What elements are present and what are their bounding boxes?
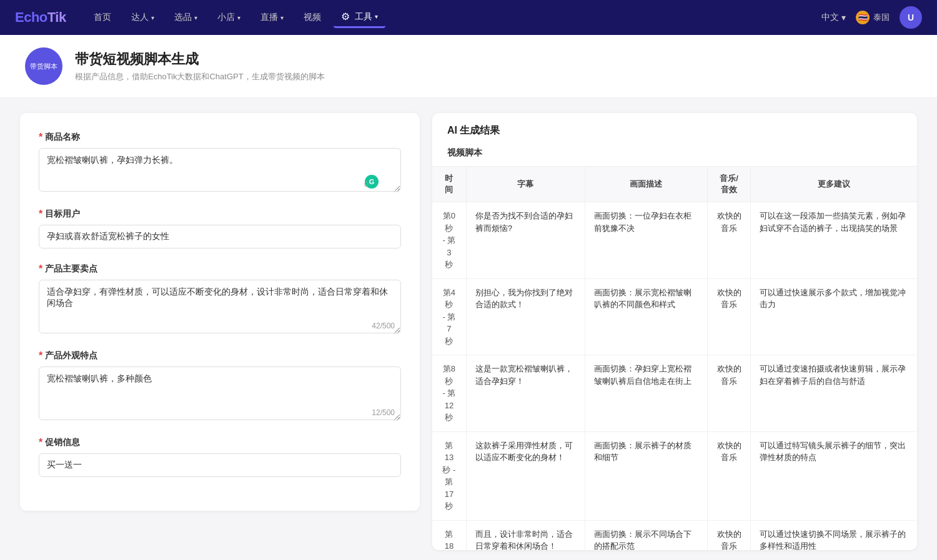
cell-suggestion: 可以在这一段添加一些搞笑元素，例如孕妇试穿不合适的裤子，出现搞笑的场景 [751, 202, 917, 279]
product-name-input[interactable] [39, 148, 401, 192]
resize-handle-icon [394, 186, 400, 192]
lang-label: 中文 [821, 12, 839, 23]
nav-video[interactable]: 视频 [296, 8, 329, 27]
result-header: AI 生成结果 [432, 113, 917, 142]
page-header: 带货脚本 带货短视频脚本生成 根据产品信息，借助EchoTik大数据和ChatG… [0, 35, 937, 98]
chevron-down-icon: ▾ [237, 14, 240, 21]
page-icon-badge: 带货脚本 [25, 47, 62, 85]
col-caption: 字幕 [466, 167, 585, 202]
country-label: 泰国 [873, 12, 890, 23]
cell-caption: 别担心，我为你找到了绝对合适的款式！ [466, 278, 585, 355]
cell-time: 第13 秒 - 第 17秒 [432, 431, 466, 520]
char-count-product: 0 [364, 180, 369, 189]
cell-scene: 画面切换：一位孕妇在衣柜前犹豫不决 [585, 202, 707, 279]
resize-handle-icon-2 [394, 328, 400, 334]
cell-music: 欢快的音乐 [707, 520, 751, 550]
cell-time: 第8秒 - 第12 秒 [432, 355, 466, 432]
product-name-wrapper: G 0 [39, 148, 401, 194]
cell-caption: 你是否为找不到合适的孕妇裤而烦恼? [466, 202, 585, 279]
chevron-down-icon: ▾ [194, 14, 197, 21]
nav-products[interactable]: 选品 ▾ [167, 8, 205, 27]
main-layout: * 商品名称 G 0 * 目标用户 * 产品主要卖点 [0, 98, 937, 560]
chevron-down-icon: ▾ [375, 13, 378, 20]
table-row: 第13 秒 - 第 17秒这款裤子采用弹性材质，可以适应不断变化的身材！画面切换… [432, 431, 917, 520]
table-row: 第4秒 - 第7 秒别担心，我为你找到了绝对合适的款式！画面切换：展示宽松褶皱喇… [432, 278, 917, 355]
flag-icon: 🇹🇭 [856, 11, 870, 24]
required-star-2: * [39, 209, 42, 220]
cell-suggestion: 可以通过快速展示多个款式，增加视觉冲击力 [751, 278, 917, 355]
table-row: 第0秒 - 第3 秒你是否为找不到合适的孕妇裤而烦恼?画面切换：一位孕妇在衣柜前… [432, 202, 917, 279]
nav-menu: 首页 达人 ▾ 选品 ▾ 小店 ▾ 直播 ▾ 视频 ⚙ 工具 ▾ [86, 7, 801, 28]
result-subheader: 视频脚本 [432, 142, 917, 167]
cell-time: 第4秒 - 第7 秒 [432, 278, 466, 355]
nav-tools[interactable]: ⚙ 工具 ▾ [334, 7, 385, 28]
col-music: 音乐/ 音效 [707, 167, 751, 202]
nav-shop[interactable]: 小店 ▾ [210, 8, 248, 27]
cell-music: 欢快的音乐 [707, 202, 751, 279]
avatar[interactable]: U [900, 6, 922, 29]
page-title-area: 带货短视频脚本生成 根据产品信息，借助EchoTik大数据和ChatGPT，生成… [75, 50, 325, 82]
appearance-wrapper: 12/500 [39, 366, 401, 422]
navbar-right: 中文 ▾ 🇹🇭 泰国 U [821, 6, 922, 29]
cell-scene: 画面切换：展示不同场合下的搭配示范 [585, 520, 707, 550]
cell-time: 第0秒 - 第3 秒 [432, 202, 466, 279]
cell-suggestion: 可以通过变速拍摄或者快速剪辑，展示孕妇在穿着裤子后的自信与舒适 [751, 355, 917, 432]
cell-suggestion: 可以通过快速切换不同场景，展示裤子的多样性和适用性 [751, 520, 917, 550]
chevron-down-icon: ▾ [841, 12, 846, 22]
logo-echo: Echo [15, 9, 47, 25]
cell-music: 欢快的音乐 [707, 431, 751, 520]
col-suggestion: 更多建议 [751, 167, 917, 202]
nav-talent[interactable]: 达人 ▾ [124, 8, 162, 27]
promo-label: * 促销信息 [39, 437, 401, 448]
product-name-label: * 商品名称 [39, 132, 401, 143]
required-star: * [39, 132, 42, 143]
char-count-appearance: 12/500 [372, 408, 395, 417]
resize-handle-icon-3 [394, 415, 400, 421]
logo[interactable]: EchoTik [15, 9, 66, 26]
cell-time: 第18 秒 - 第 22秒 [432, 520, 466, 550]
col-scene: 画面描述 [585, 167, 707, 202]
selling-points-label: * 产品主要卖点 [39, 263, 401, 275]
table-row: 第18 秒 - 第 22秒而且，设计非常时尚，适合日常穿着和休闲场合！画面切换：… [432, 520, 917, 550]
appearance-field: * 产品外观特点 12/500 [39, 350, 401, 422]
chevron-down-icon: ▾ [151, 14, 154, 21]
target-user-label: * 目标用户 [39, 209, 401, 220]
product-name-field: * 商品名称 G 0 [39, 132, 401, 194]
tools-icon: ⚙ [341, 11, 350, 22]
col-time: 时间 [432, 167, 466, 202]
navbar: EchoTik 首页 达人 ▾ 选品 ▾ 小店 ▾ 直播 ▾ 视频 ⚙ 工具 ▾… [0, 0, 937, 35]
cell-music: 欢快的音乐 [707, 355, 751, 432]
country-selector[interactable]: 🇹🇭 泰国 [856, 11, 890, 24]
nav-live[interactable]: 直播 ▾ [253, 8, 291, 27]
cell-scene: 画面切换：展示宽松褶皱喇叭裤的不同颜色和样式 [585, 278, 707, 355]
target-user-field: * 目标用户 [39, 209, 401, 248]
table-body: 第0秒 - 第3 秒你是否为找不到合适的孕妇裤而烦恼?画面切换：一位孕妇在衣柜前… [432, 202, 917, 551]
language-selector[interactable]: 中文 ▾ [821, 12, 846, 23]
required-star-3: * [39, 263, 42, 275]
required-star-5: * [39, 437, 42, 448]
script-table: 时间 字幕 画面描述 音乐/ 音效 更多建议 第0秒 - 第3 秒你是否为找不到… [432, 167, 917, 550]
cell-scene: 画面切换：孕妇穿上宽松褶皱喇叭裤后自信地走在街上 [585, 355, 707, 432]
selling-points-wrapper: 42/500 [39, 280, 401, 335]
chevron-down-icon: ▾ [280, 14, 284, 21]
appearance-input[interactable] [39, 366, 401, 420]
promo-input[interactable] [39, 453, 401, 477]
char-count-selling: 42/500 [372, 322, 395, 330]
logo-tik: Tik [47, 9, 66, 25]
required-star-4: * [39, 350, 42, 361]
result-panel: AI 生成结果 视频脚本 时间 字幕 画面描述 音乐/ 音效 更多建议 第0秒 … [432, 113, 917, 550]
nav-home[interactable]: 首页 [86, 8, 119, 27]
table-header: 时间 字幕 画面描述 音乐/ 音效 更多建议 [432, 167, 917, 202]
table-row: 第8秒 - 第12 秒这是一款宽松褶皱喇叭裤，适合孕妇穿！画面切换：孕妇穿上宽松… [432, 355, 917, 432]
cell-suggestion: 可以通过特写镜头展示裤子的细节，突出弹性材质的特点 [751, 431, 917, 520]
page-subtitle: 根据产品信息，借助EchoTik大数据和ChatGPT，生成带货视频的脚本 [75, 71, 325, 82]
selling-points-input[interactable] [39, 280, 401, 333]
cell-scene: 画面切换：展示裤子的材质和细节 [585, 431, 707, 520]
promo-field: * 促销信息 [39, 437, 401, 477]
appearance-label: * 产品外观特点 [39, 350, 401, 361]
cell-caption: 这是一款宽松褶皱喇叭裤，适合孕妇穿！ [466, 355, 585, 432]
target-user-input[interactable] [39, 225, 401, 248]
page-title: 带货短视频脚本生成 [75, 50, 325, 69]
selling-points-field: * 产品主要卖点 42/500 [39, 263, 401, 335]
cell-caption: 这款裤子采用弹性材质，可以适应不断变化的身材！ [466, 431, 585, 520]
